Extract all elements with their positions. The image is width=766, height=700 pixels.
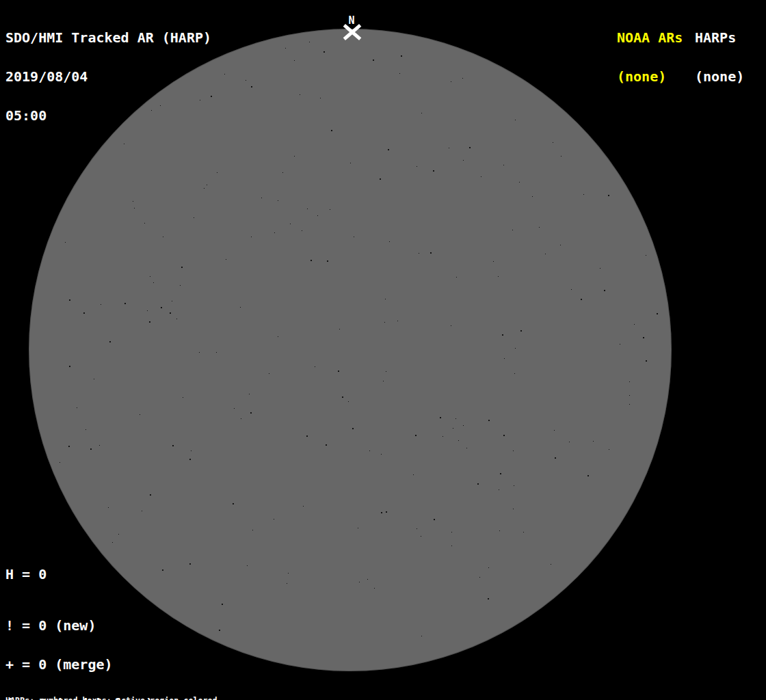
- speckle-dot: [453, 428, 453, 429]
- speckle-dot: [519, 182, 520, 183]
- speckle-dot: [134, 208, 135, 208]
- speckle-dot: [581, 299, 582, 300]
- speckle-dot: [124, 303, 126, 304]
- speckle-dot: [499, 489, 499, 490]
- speckle-dot: [385, 299, 386, 299]
- speckle-dot: [451, 546, 452, 546]
- speckle-dot: [251, 86, 252, 88]
- speckle-dot: [417, 528, 417, 529]
- speckle-dot: [161, 307, 162, 308]
- speckle-dot: [455, 418, 456, 419]
- speckle-dot: [183, 397, 183, 398]
- speckle-dot: [83, 312, 85, 314]
- speckle-dot: [162, 569, 163, 571]
- speckle-dot: [386, 511, 387, 513]
- speckle-dot: [309, 42, 310, 42]
- speckle-dot: [278, 200, 278, 201]
- speckle-dot: [451, 325, 451, 326]
- speckle-dot: [150, 494, 151, 496]
- speckle-dot: [339, 329, 340, 329]
- speckle-dot: [348, 401, 349, 402]
- speckle-dot: [358, 528, 358, 528]
- speckle-dot: [112, 542, 113, 543]
- speckle-dot: [515, 348, 516, 349]
- speckle-dot: [604, 290, 605, 291]
- speckle-dot: [587, 475, 589, 476]
- speckle-dot: [463, 425, 464, 426]
- speckle-dot: [367, 579, 368, 580]
- speckle-dot: [555, 457, 556, 459]
- speckle-dot: [551, 564, 551, 565]
- speckle-dot: [646, 360, 647, 362]
- speckle-dot: [181, 267, 183, 268]
- speckle-dot: [219, 630, 220, 631]
- speckle-dot: [646, 255, 646, 256]
- speckle-dot: [189, 563, 191, 565]
- speckle-dot: [278, 336, 278, 337]
- speckle-dot: [488, 598, 489, 600]
- speckle-dot: [415, 435, 417, 436]
- speckle-dot: [77, 407, 77, 408]
- speckle-dot: [456, 277, 457, 278]
- speckle-dot: [515, 120, 516, 120]
- speckle-dot: [383, 381, 384, 381]
- speckle-dot: [554, 430, 555, 431]
- speckle-dot: [571, 289, 572, 290]
- speckle-dot: [226, 259, 226, 260]
- speckle-dot: [315, 366, 315, 367]
- speckle-dot: [350, 163, 351, 163]
- speckle-dot: [233, 503, 234, 504]
- speckle-dot: [600, 268, 600, 269]
- speckle-dot: [149, 321, 150, 323]
- speckle-dot: [247, 565, 248, 566]
- speckle-dot: [498, 276, 499, 277]
- speckle-dot: [569, 442, 570, 442]
- speckle-dot: [583, 194, 584, 195]
- speckle-dot: [512, 230, 513, 230]
- speckle-dot: [327, 260, 328, 262]
- speckle-dot: [303, 506, 304, 507]
- noaa-ars-label: NOAA ARs: [617, 31, 683, 44]
- speckle-dot: [261, 198, 262, 198]
- speckle-dot: [287, 583, 287, 584]
- speckle-dot: [101, 304, 101, 305]
- speckle-dot: [94, 379, 94, 379]
- speckle-dot: [69, 366, 70, 367]
- speckle-dot: [252, 530, 253, 530]
- speckle-dot: [514, 485, 514, 486]
- speckle-dot: [440, 417, 441, 418]
- speckle-dot: [397, 321, 398, 321]
- speckle-dot: [194, 217, 194, 218]
- speckle-dot: [503, 165, 504, 165]
- speckle-dot: [222, 604, 223, 605]
- speckle-dot: [217, 172, 217, 173]
- speckle-dot: [520, 330, 522, 332]
- speckle-dot: [153, 282, 154, 283]
- speckle-dot: [207, 185, 207, 185]
- speckle-dot: [216, 352, 217, 353]
- speckle-dot: [142, 511, 142, 511]
- speckle-dot: [463, 160, 464, 161]
- speckle-dot: [369, 450, 370, 451]
- legend-row-new: ! = 0 (new): [5, 619, 162, 632]
- speckle-dot: [323, 51, 325, 53]
- speckle-dot: [300, 94, 300, 95]
- noaa-ars-status: NOAA ARs (none): [617, 5, 683, 109]
- speckle-dot: [140, 414, 140, 415]
- speckle-dot: [479, 577, 480, 578]
- speckle-dot: [458, 440, 459, 441]
- plot-time: 05:00: [5, 109, 211, 122]
- speckle-dot: [326, 444, 327, 446]
- speckle-dot: [170, 312, 171, 314]
- speckle-dot: [389, 241, 390, 242]
- speckle-dot: [421, 536, 421, 537]
- speckle-dot: [354, 237, 354, 237]
- speckle-dot: [493, 261, 494, 262]
- speckle-dot: [443, 436, 443, 437]
- speckle-dot: [481, 176, 481, 177]
- speckle-dot: [434, 519, 435, 520]
- speckle-dot: [302, 230, 302, 231]
- harp-count-line: H = 0: [5, 568, 47, 581]
- speckle-dot: [629, 404, 630, 405]
- speckle-dot: [433, 170, 434, 172]
